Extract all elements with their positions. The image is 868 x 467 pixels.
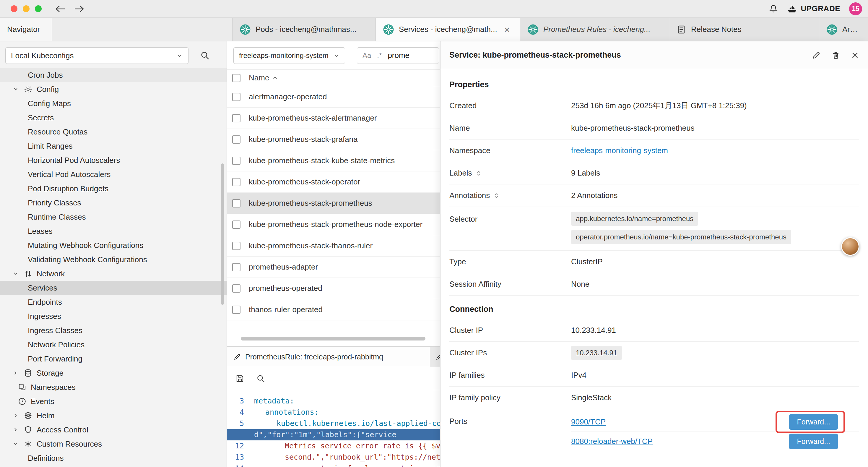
row-checkbox[interactable] <box>232 157 241 165</box>
sidebar-item-events[interactable]: Events <box>0 394 226 408</box>
notification-count-badge[interactable]: 15 <box>849 2 862 16</box>
row-checkbox[interactable] <box>232 221 241 229</box>
search-icon[interactable] <box>200 51 210 60</box>
line-text: metadata: <box>250 396 294 407</box>
sidebar-item-runtime-classes[interactable]: Runtime Classes <box>0 210 226 224</box>
tab-services[interactable]: Services - icecheng@math... × <box>376 18 520 41</box>
tab-release-notes[interactable]: Release Notes <box>669 18 819 41</box>
dock-tab-label: PrometheusRule: freeleaps-prod-rabbitmq <box>245 353 383 361</box>
row-checkbox[interactable] <box>232 114 241 122</box>
chevron-down-icon <box>12 441 20 447</box>
kubeconfig-select-value: Local Kubeconfigs <box>11 51 73 60</box>
save-icon[interactable] <box>235 374 245 383</box>
navigator-tab[interactable]: Navigator <box>0 18 52 41</box>
row-checkbox[interactable] <box>232 199 241 207</box>
tab-argo[interactable]: Argo S <box>819 18 868 41</box>
sidebar-item-services[interactable]: Services <box>0 281 226 295</box>
ship-icon <box>787 4 797 13</box>
match-case-toggle[interactable]: Aa <box>363 52 371 60</box>
section-heading-properties: Properties <box>450 78 859 91</box>
sidebar-item-config[interactable]: Config <box>0 82 226 96</box>
close-tab-icon[interactable]: × <box>504 25 510 34</box>
select-all-checkbox[interactable] <box>232 74 241 82</box>
sidebar-item-endpoints[interactable]: Endpoints <box>0 295 226 309</box>
sidebar-item-definitions[interactable]: Definitions <box>0 451 226 465</box>
port-line: 9090/TCP Forward... <box>571 412 859 432</box>
sidebar-item-label: Port Forwarding <box>28 354 83 363</box>
sidebar-item-namespaces[interactable]: Namespaces <box>0 380 226 394</box>
sidebar-item-network[interactable]: Network <box>0 267 226 281</box>
close-icon[interactable] <box>851 51 859 59</box>
sidebar-item-network-policies[interactable]: Network Policies <box>0 338 226 352</box>
minimize-window-button[interactable] <box>23 5 30 12</box>
sidebar-item-validating-webhook-configurations[interactable]: Validating Webhook Configurations <box>0 253 226 267</box>
sidebar-item-priority-classes[interactable]: Priority Classes <box>0 196 226 210</box>
shield-icon <box>23 425 33 434</box>
sidebar-item-helm[interactable]: Helm <box>0 408 226 423</box>
search-icon[interactable] <box>256 374 265 383</box>
sidebar-item-label: Resource Quotas <box>28 127 88 137</box>
kubernetes-cluster-icon <box>826 24 838 35</box>
row-checkbox[interactable] <box>232 242 241 250</box>
sidebar-item-custom-resources[interactable]: Custom Resources <box>0 437 226 451</box>
sidebar-item-secrets[interactable]: Secrets <box>0 111 226 125</box>
traffic-lights <box>0 5 42 12</box>
kubeconfig-select[interactable]: Local Kubeconfigs <box>5 47 188 64</box>
property-label: Created <box>450 101 571 110</box>
user-avatar[interactable] <box>841 237 860 256</box>
sidebar-item-storage[interactable]: Storage <box>0 366 226 380</box>
regex-toggle[interactable]: .* <box>377 52 382 60</box>
sidebar-scrollbar[interactable] <box>221 164 224 305</box>
scrollbar-thumb[interactable] <box>241 337 426 341</box>
sidebar-item-ingresses[interactable]: Ingresses <box>0 309 226 323</box>
edit-pencil-icon[interactable] <box>812 51 821 60</box>
expand-toggle-icon[interactable] <box>476 170 482 176</box>
sidebar-item-leases[interactable]: Leases <box>0 224 226 238</box>
kubernetes-cluster-icon <box>383 24 394 35</box>
sidebar-item-config-maps[interactable]: Config Maps <box>0 96 226 111</box>
sidebar-item-limit-ranges[interactable]: Limit Ranges <box>0 139 226 153</box>
notifications-bell-icon[interactable] <box>769 4 778 13</box>
upgrade-button[interactable]: UPGRADE <box>787 4 840 13</box>
property-value: 2 Annotations <box>571 191 859 200</box>
forward-button[interactable]: Forward... <box>789 434 838 449</box>
row-checkbox[interactable] <box>232 178 241 186</box>
sidebar-item-pod-disruption-budgets[interactable]: Pod Disruption Budgets <box>0 181 226 196</box>
tab-prometheus-rules[interactable]: Prometheus Rules - icecheng... <box>520 18 669 41</box>
trash-icon[interactable] <box>831 51 840 60</box>
dock-tab-prometheusrule[interactable]: PrometheusRule: freeleaps-prod-rabbitmq <box>227 347 430 367</box>
back-arrow-icon[interactable] <box>55 4 65 13</box>
port-link[interactable]: 9090/TCP <box>571 417 606 427</box>
property-label: Cluster IPs <box>450 348 571 357</box>
sidebar-item-cron-jobs[interactable]: Cron Jobs <box>0 68 226 82</box>
tab-pods[interactable]: Pods - icecheng@mathmas... <box>232 18 376 41</box>
maximize-window-button[interactable] <box>35 5 42 12</box>
row-checkbox[interactable] <box>232 284 241 293</box>
sidebar-item-access-control[interactable]: Access Control <box>0 423 226 437</box>
namespace-link[interactable]: freeleaps-monitoring-system <box>571 146 668 155</box>
row-checkbox[interactable] <box>232 135 241 144</box>
sidebar-item-mutating-webhook-configurations[interactable]: Mutating Webhook Configurations <box>0 238 226 253</box>
helm-wheel-icon <box>23 411 33 420</box>
row-checkbox[interactable] <box>232 93 241 101</box>
chevron-down-icon <box>12 86 20 92</box>
service-detail-panel: Service: kube-prometheus-stack-prometheu… <box>440 41 868 467</box>
column-header-name[interactable]: Name <box>249 73 278 83</box>
port-link[interactable]: 8080:reloader-web/TCP <box>571 437 653 446</box>
property-row-namespace: Namespace freeleaps-monitoring-system <box>450 140 859 162</box>
detail-body: Properties Created 253d 16h 6m ago (2025… <box>440 69 868 467</box>
sidebar-item-vertical-pod-autoscalers[interactable]: Vertical Pod Autoscalers <box>0 167 226 181</box>
search-query[interactable]: prome <box>388 51 409 60</box>
expand-toggle-icon[interactable] <box>493 193 499 199</box>
forward-button[interactable]: Forward... <box>789 414 838 430</box>
row-checkbox[interactable] <box>232 263 241 271</box>
sidebar-item-ingress-classes[interactable]: Ingress Classes <box>0 323 226 338</box>
close-window-button[interactable] <box>11 5 18 12</box>
sidebar-item-horizontal-pod-autoscalers[interactable]: Horizontal Pod Autoscalers <box>0 153 226 167</box>
forward-arrow-icon[interactable] <box>74 4 85 13</box>
table-search-box[interactable]: Aa .* prome <box>357 47 439 64</box>
sidebar-item-resource-quotas[interactable]: Resource Quotas <box>0 125 226 139</box>
row-checkbox[interactable] <box>232 305 241 314</box>
namespace-filter-select[interactable]: freeleaps-monitoring-system <box>234 47 345 64</box>
sidebar-item-port-forwarding[interactable]: Port Forwarding <box>0 352 226 366</box>
